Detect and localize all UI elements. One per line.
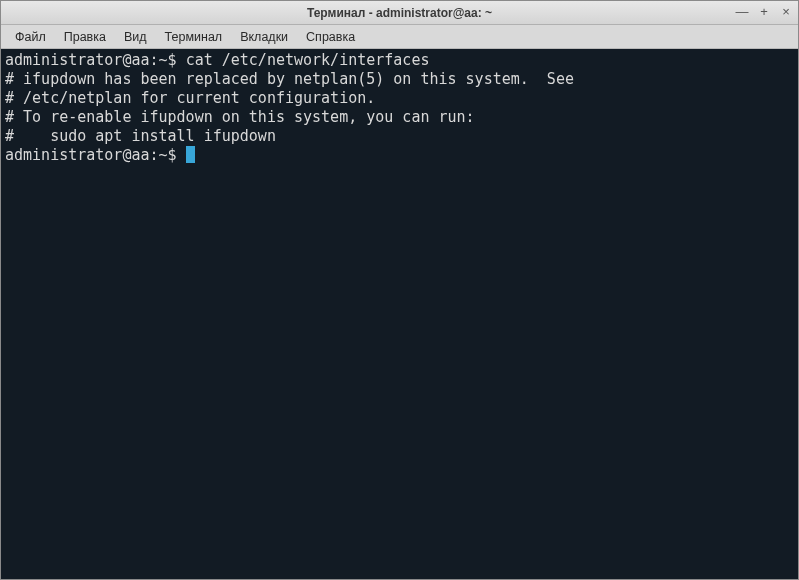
window-title: Терминал - administrator@aa: ~ xyxy=(307,6,492,20)
prompt-text: administrator@aa:~$ xyxy=(5,146,186,164)
menubar: Файл Правка Вид Терминал Вкладки Справка xyxy=(1,25,798,49)
prompt-text: administrator@aa:~$ xyxy=(5,51,186,69)
menu-help[interactable]: Справка xyxy=(298,27,363,47)
window-controls: — + × xyxy=(734,3,794,19)
command-text: cat /etc/network/interfaces xyxy=(186,51,430,69)
output-line: # /etc/netplan for current configuration… xyxy=(5,89,375,107)
titlebar[interactable]: Терминал - administrator@aa: ~ — + × xyxy=(1,1,798,25)
menu-view[interactable]: Вид xyxy=(116,27,155,47)
output-line: # sudo apt install ifupdown xyxy=(5,127,276,145)
menu-edit[interactable]: Правка xyxy=(56,27,114,47)
output-line: # ifupdown has been replaced by netplan(… xyxy=(5,70,574,88)
maximize-button[interactable]: + xyxy=(756,3,772,19)
terminal-window: Терминал - administrator@aa: ~ — + × Фай… xyxy=(0,0,799,580)
terminal-area[interactable]: administrator@aa:~$ cat /etc/network/int… xyxy=(1,49,798,579)
menu-file[interactable]: Файл xyxy=(7,27,54,47)
minimize-button[interactable]: — xyxy=(734,3,750,19)
output-line: # To re-enable ifupdown on this system, … xyxy=(5,108,475,126)
menu-tabs[interactable]: Вкладки xyxy=(232,27,296,47)
cursor xyxy=(186,146,195,163)
menu-terminal[interactable]: Терминал xyxy=(157,27,231,47)
close-button[interactable]: × xyxy=(778,3,794,19)
